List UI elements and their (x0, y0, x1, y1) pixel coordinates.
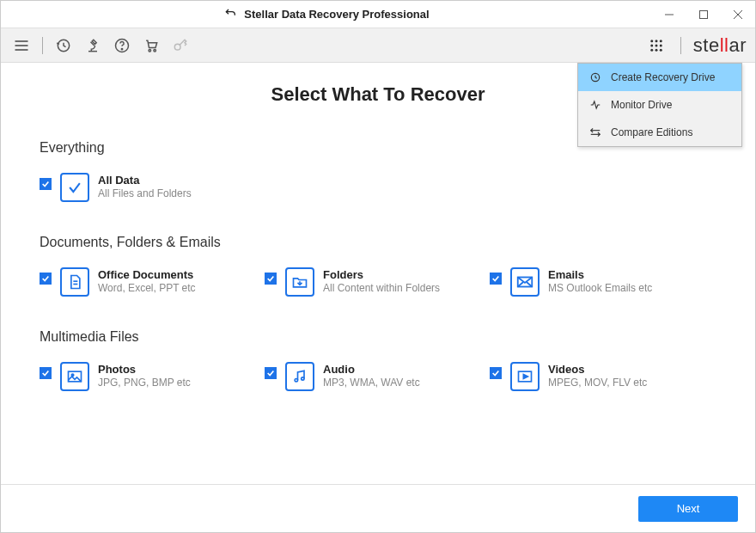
dropdown-compare-editions[interactable]: Compare Editions (578, 119, 741, 146)
help-icon[interactable] (110, 34, 134, 58)
dropdown-label: Compare Editions (611, 126, 692, 138)
section-title: Multimedia Files (40, 329, 716, 345)
option-sub: Word, Excel, PPT etc (98, 282, 196, 294)
option-sub: MS Outlook Emails etc (548, 282, 652, 294)
option-photos[interactable]: Photos JPG, PNG, BMP etc (40, 362, 265, 391)
svg-point-17 (655, 44, 657, 46)
video-icon (510, 362, 540, 391)
document-icon (60, 267, 89, 297)
photo-icon (60, 362, 89, 391)
option-sub: MPEG, MOV, FLV etc (548, 377, 647, 389)
back-icon[interactable] (223, 6, 237, 22)
section-multimedia: Multimedia Files Photos JPG, PNG, BMP et… (40, 329, 716, 391)
svg-point-27 (295, 379, 297, 382)
option-label: All Data (98, 174, 192, 187)
checkbox[interactable] (490, 367, 502, 379)
svg-point-16 (650, 44, 653, 46)
section-title: Documents, Folders & Emails (40, 235, 716, 250)
minimize-button[interactable] (652, 1, 686, 28)
option-label: Folders (323, 268, 440, 281)
menu-icon[interactable] (9, 34, 34, 58)
option-office-documents[interactable]: Office Documents Word, Excel, PPT etc (40, 267, 265, 297)
maximize-button[interactable] (686, 1, 721, 28)
option-label: Emails (548, 268, 652, 281)
checkbox[interactable] (40, 273, 52, 285)
option-audio[interactable]: Audio MP3, WMA, WAV etc (265, 362, 490, 391)
key-icon[interactable] (168, 34, 192, 58)
svg-point-12 (174, 44, 180, 50)
svg-point-15 (660, 40, 662, 42)
window-title: Stellar Data Recovery Professional (244, 8, 429, 21)
svg-point-10 (149, 49, 151, 52)
svg-point-19 (650, 48, 653, 51)
section-everything: Everything All Data All Files and Folder… (40, 140, 716, 202)
option-label: Audio (323, 363, 420, 376)
option-folders[interactable]: Folders All Content within Folders (265, 267, 490, 297)
toolbar: stellar (1, 28, 755, 63)
title-area: Stellar Data Recovery Professional (1, 6, 652, 22)
svg-point-18 (660, 44, 662, 46)
option-all-data[interactable]: All Data All Files and Folders (40, 173, 265, 202)
svg-rect-1 (700, 10, 708, 18)
option-sub: All Content within Folders (323, 282, 440, 294)
option-label: Photos (98, 363, 191, 376)
divider (42, 37, 43, 54)
svg-point-20 (655, 48, 657, 51)
option-emails[interactable]: Emails MS Outlook Emails etc (490, 267, 715, 297)
svg-point-14 (655, 40, 657, 42)
dropdown-create-recovery-drive[interactable]: Create Recovery Drive (578, 64, 741, 91)
checkbox[interactable] (40, 178, 52, 190)
svg-point-9 (121, 48, 122, 49)
dropdown-monitor-drive[interactable]: Monitor Drive (578, 91, 741, 119)
recovery-icon (588, 71, 602, 83)
footer: Next (1, 484, 755, 532)
microscope-icon[interactable] (81, 34, 105, 58)
option-sub: All Files and Folders (98, 187, 192, 199)
option-sub: JPG, PNG, BMP etc (98, 377, 191, 389)
folder-icon (285, 267, 314, 297)
titlebar: Stellar Data Recovery Professional (1, 1, 755, 28)
apps-icon[interactable] (644, 34, 668, 58)
waffle-dropdown: Create Recovery Drive Monitor Drive Comp… (577, 63, 742, 147)
option-sub: MP3, WMA, WAV etc (323, 377, 420, 389)
option-label: Videos (548, 363, 647, 376)
history-icon[interactable] (52, 34, 76, 58)
svg-point-13 (650, 40, 653, 42)
dropdown-label: Create Recovery Drive (611, 71, 715, 83)
compare-icon (588, 126, 602, 138)
next-button[interactable]: Next (638, 496, 738, 522)
check-icon (60, 173, 89, 202)
option-videos[interactable]: Videos MPEG, MOV, FLV etc (490, 362, 715, 391)
cart-icon[interactable] (139, 34, 163, 58)
section-documents: Documents, Folders & Emails Office Docum… (40, 235, 716, 297)
option-label: Office Documents (98, 268, 196, 281)
svg-point-11 (154, 49, 156, 52)
svg-point-28 (302, 377, 304, 380)
checkbox[interactable] (265, 367, 277, 379)
checkbox[interactable] (265, 273, 277, 285)
close-button[interactable] (721, 1, 755, 28)
brand-logo: stellar (693, 34, 747, 57)
checkbox[interactable] (490, 273, 502, 285)
dropdown-label: Monitor Drive (611, 99, 672, 111)
svg-point-21 (660, 48, 662, 51)
audio-icon (285, 362, 314, 391)
email-icon (510, 267, 540, 297)
monitor-icon (588, 99, 602, 111)
divider (680, 37, 681, 54)
checkbox[interactable] (40, 367, 52, 379)
